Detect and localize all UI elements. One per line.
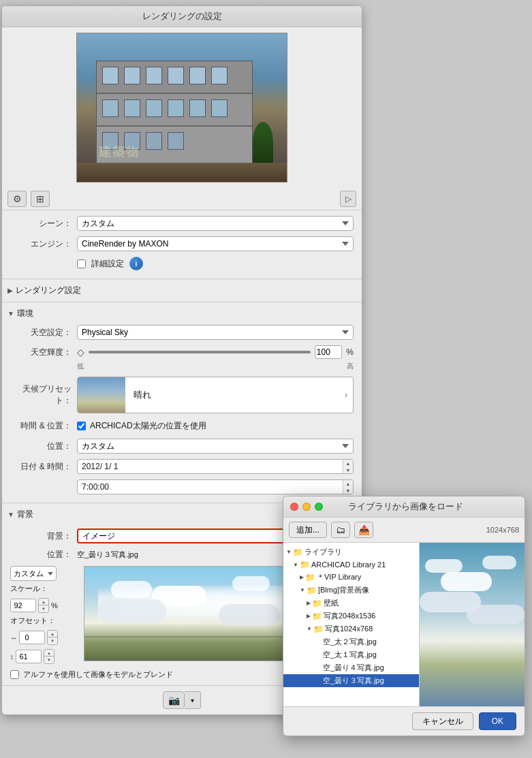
tree-item-archicad21[interactable]: ▼ 📁 ARCHICAD Library 21 <box>283 558 419 571</box>
cancel-button[interactable]: キャンセル <box>412 712 473 730</box>
position-row: 位置： カスタム <box>10 436 354 456</box>
window <box>124 99 140 117</box>
tree-item-vip[interactable]: ▶ 📁 ＊VIP Library <box>283 571 419 584</box>
cloud-1 <box>111 581 152 598</box>
lib-toolbar: 追加... 🗂 📤 1024x768 <box>283 518 525 543</box>
library-icon[interactable]: 🗂 <box>331 522 350 538</box>
scale-step-up[interactable]: ▲ <box>39 599 48 605</box>
weather-thumbnail <box>78 377 125 413</box>
scale-label: スケール： <box>10 584 48 594</box>
weather-preset-box[interactable]: 晴れ › <box>77 377 354 413</box>
sky-settings-label: 天空設定： <box>10 327 72 338</box>
grid-icon[interactable]: ⊞ <box>31 191 50 207</box>
window <box>124 67 140 84</box>
preview-cloud-5 <box>467 605 525 624</box>
lib-file-tree: ▼ 📁 ライブラリ ▼ 📁 ARCHICAD Library 21 ▶ 📁 ＊V… <box>283 543 420 706</box>
tree-item-library[interactable]: ▼ 📁 ライブラリ <box>283 546 419 558</box>
engine-select[interactable]: CineRender by MAXON <box>77 236 354 251</box>
close-button[interactable] <box>290 503 298 511</box>
offset-v-input[interactable]: 61 <box>16 650 42 663</box>
rendering-section-triangle <box>7 287 13 294</box>
brightness-slider-track[interactable] <box>89 351 311 353</box>
add-button[interactable]: 追加... <box>289 522 327 538</box>
camera-btn-group: 📷 ▾ <box>163 691 201 709</box>
tree-expand-archicad21: ▼ <box>293 562 298 568</box>
sky-control: Physical Sky <box>77 325 354 340</box>
detail-settings-checkbox[interactable] <box>77 259 86 268</box>
camera-icon[interactable]: 📷 <box>163 691 185 709</box>
rendering-settings-header[interactable]: レンダリング設定 <box>2 282 362 299</box>
tree-label-sky3: 空_曇り３写真.jpg <box>323 676 384 686</box>
background-select[interactable]: イメージ <box>77 528 311 543</box>
tree-expand-vip: ▶ <box>300 574 304 580</box>
scene-label: シーン： <box>10 218 72 230</box>
tree-item-sky2[interactable]: 空_太２写真.jpg <box>283 635 419 648</box>
preview-cloud-3 <box>482 556 516 569</box>
detail-settings-row: 詳細設定 i <box>10 254 354 273</box>
slider-low-label: 低 <box>77 362 84 371</box>
date-value: 2012/ 1/ 1 <box>78 462 343 471</box>
next-arrow-icon[interactable]: ▷ <box>340 191 356 207</box>
tree-item-sky1[interactable]: 空_太１写真.jpg <box>283 648 419 661</box>
window <box>102 99 119 117</box>
cloud-4 <box>98 599 166 623</box>
tree-item-blmg[interactable]: ▼ 📁 [Blmg]背景画像 <box>283 584 419 597</box>
offset-h-step-down[interactable]: ▼ <box>48 637 57 644</box>
scale-step-down[interactable]: ▼ <box>39 605 48 612</box>
tree-item-photo1024[interactable]: ▼ 📁 写真1024x768 <box>283 622 419 635</box>
maximize-button[interactable] <box>315 503 323 511</box>
bg-filename: 空_曇り３写真.jpg <box>77 550 138 560</box>
time-control: 7:00:00 ▲ ▼ <box>77 479 354 494</box>
time-step-up[interactable]: ▲ <box>343 480 353 487</box>
minimize-button[interactable] <box>302 503 311 511</box>
offset-v-step-up[interactable]: ▲ <box>44 650 54 657</box>
tree-item-sky4[interactable]: 空_曇り４写真.jpg <box>283 661 419 674</box>
position-bg-select[interactable]: カスタム <box>10 566 57 581</box>
offset-h-input[interactable]: 0 <box>19 631 45 644</box>
tree-expand-library: ▼ <box>286 549 292 555</box>
environment-header[interactable]: 環境 <box>2 305 362 322</box>
camera-dropdown-arrow[interactable]: ▾ <box>185 691 201 709</box>
time-position-label: 時間 & 位置： <box>10 420 72 432</box>
settings-icon[interactable]: ⚙ <box>7 191 27 207</box>
weather-arrow-icon: › <box>345 390 353 400</box>
date-step-up[interactable]: ▲ <box>343 460 353 467</box>
tree-label-sky2: 空_太２写真.jpg <box>323 637 377 647</box>
window <box>211 99 228 117</box>
date-control: 2012/ 1/ 1 ▲ ▼ <box>77 459 354 474</box>
preview-cloud-2 <box>441 572 492 591</box>
tree-item-wallpaper[interactable]: ▶ 📁 壁紙 <box>283 597 419 610</box>
date-step-down[interactable]: ▼ <box>343 467 353 473</box>
brightness-input[interactable]: 100 <box>315 345 342 359</box>
floor-2 <box>97 94 252 127</box>
folder-icon-wallpaper: 📁 <box>312 599 322 608</box>
weather-label: 晴れ <box>125 389 345 401</box>
sky-select[interactable]: Physical Sky <box>77 325 354 340</box>
window <box>102 67 119 84</box>
slider-labels-row: 低 高 <box>10 362 354 374</box>
time-step-down[interactable]: ▼ <box>343 487 353 494</box>
ok-button[interactable]: OK <box>479 712 516 730</box>
time-input: 7:00:00 ▲ ▼ <box>77 479 354 494</box>
tree-item-sky3-selected[interactable]: 空_曇り３写真.jpg <box>283 674 419 687</box>
folder-icon-photo1024: 📁 <box>313 625 324 634</box>
date-stepper: ▲ ▼ <box>343 460 353 473</box>
alpha-blend-checkbox[interactable] <box>10 670 19 679</box>
lib-footer: キャンセル OK <box>283 706 525 736</box>
archicad-sun-checkbox[interactable] <box>77 422 86 430</box>
offset-h-step-up[interactable]: ▲ <box>48 631 57 637</box>
dialog-title: レンダリングの設定 <box>142 11 222 21</box>
scene-select[interactable]: カスタム <box>77 216 354 231</box>
offset-v-step-down[interactable]: ▼ <box>44 657 54 663</box>
tree-item-photo2048[interactable]: ▶ 📁 写真2048x1536 <box>283 610 419 622</box>
tree <box>253 122 273 163</box>
background-field-label: 背景： <box>10 531 72 542</box>
detail-settings-container: 詳細設定 i <box>77 257 143 270</box>
time-position-control: ARCHICAD太陽光の位置を使用 <box>77 419 354 433</box>
upload-icon[interactable]: 📤 <box>354 522 373 538</box>
tree-label-blmg: [Blmg]背景画像 <box>318 585 369 595</box>
position-select[interactable]: カスタム <box>77 439 354 454</box>
scale-input[interactable]: 92 <box>10 599 36 612</box>
tree-expand-photo1024: ▼ <box>307 626 312 632</box>
detail-info-button[interactable]: i <box>129 257 143 270</box>
